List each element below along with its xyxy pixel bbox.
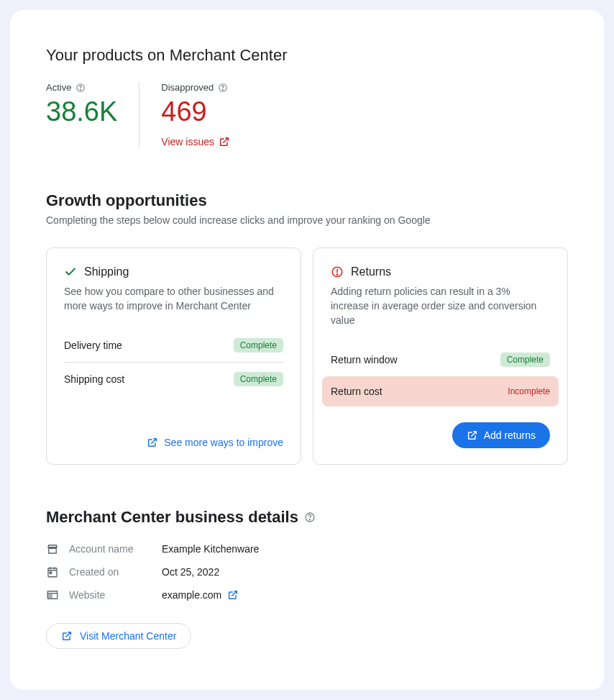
returns-title: Returns (351, 265, 391, 278)
external-link-icon (219, 136, 230, 147)
website-row: Website example.com (46, 588, 568, 601)
see-more-link[interactable]: See more ways to improve (147, 437, 283, 448)
returns-desc: Adding return policies can result in a 3… (331, 284, 550, 328)
stat-active-block: Active 38.6K (46, 82, 139, 148)
svg-point-1 (81, 89, 81, 90)
alert-icon (331, 265, 344, 278)
visit-merchant-center-button[interactable]: Visit Merchant Center (46, 623, 191, 649)
account-value: Example Kitchenware (162, 543, 259, 555)
growth-title: Growth opportunities (46, 191, 568, 210)
external-link-icon (467, 429, 478, 441)
delivery-time-row: Delivery time Complete (64, 329, 283, 363)
external-link-icon (61, 630, 73, 642)
external-link-icon (227, 589, 239, 601)
active-label: Active (46, 82, 71, 93)
shipping-title: Shipping (84, 265, 129, 278)
created-row: Created on Oct 25, 2022 (46, 565, 568, 578)
active-value: 38.6K (46, 96, 117, 129)
shipping-desc: See how you compare to other businesses … (64, 284, 283, 314)
disapproved-value: 469 (161, 96, 230, 129)
account-row: Account name Example Kitchenware (46, 542, 568, 555)
website-label: Website (69, 589, 152, 601)
view-issues-label: View issues (161, 136, 214, 147)
svg-rect-11 (49, 595, 52, 599)
stats-row: Active 38.6K Disapproved 469 View issues (46, 82, 568, 148)
website-text: example.com (162, 589, 221, 601)
return-window-label: Return window (331, 354, 398, 365)
disapproved-label: Disapproved (161, 82, 214, 93)
see-more-label: See more ways to improve (164, 437, 283, 448)
products-section: Your products on Merchant Center Active … (46, 46, 568, 148)
visit-label: Visit Merchant Center (80, 630, 176, 642)
growth-section: Growth opportunities Completing the step… (46, 191, 568, 465)
created-label: Created on (69, 566, 152, 578)
add-returns-button[interactable]: Add returns (452, 422, 550, 448)
svg-rect-9 (50, 572, 51, 573)
return-window-status: Complete (500, 353, 550, 367)
details-section: Merchant Center business details Account… (46, 508, 568, 649)
return-cost-status: Incomplete (508, 386, 550, 396)
shipping-card: Shipping See how you compare to other bu… (46, 247, 301, 465)
shipping-cost-status: Complete (234, 372, 283, 386)
svg-point-7 (309, 519, 310, 520)
add-returns-label: Add returns (484, 429, 536, 441)
account-label: Account name (69, 543, 152, 555)
details-table: Account name Example Kitchenware Created… (46, 542, 568, 601)
website-icon (46, 588, 59, 601)
returns-card: Returns Adding return policies can resul… (313, 247, 568, 465)
return-cost-label: Return cost (331, 386, 382, 397)
delivery-time-label: Delivery time (64, 340, 122, 351)
shipping-cost-label: Shipping cost (64, 373, 124, 385)
opportunity-cards: Shipping See how you compare to other bu… (46, 247, 568, 465)
created-value: Oct 25, 2022 (162, 566, 219, 578)
external-link-icon (147, 437, 158, 448)
main-card: Your products on Merchant Center Active … (10, 10, 604, 690)
shipping-cost-row: Shipping cost Complete (64, 363, 283, 396)
return-cost-row: Return cost Incomplete (322, 376, 559, 406)
svg-point-5 (336, 274, 338, 276)
website-value[interactable]: example.com (162, 589, 239, 601)
details-title: Merchant Center business details (46, 508, 298, 527)
growth-subtitle: Completing the steps below could increas… (46, 214, 568, 226)
check-icon (64, 265, 77, 278)
store-icon (46, 542, 59, 555)
stat-disapproved-block: Disapproved 469 View issues (139, 82, 252, 148)
svg-point-3 (223, 89, 224, 90)
return-window-row: Return window Complete (331, 343, 550, 376)
calendar-icon (46, 565, 59, 578)
delivery-time-status: Complete (234, 338, 283, 353)
products-title: Your products on Merchant Center (46, 46, 568, 65)
help-icon[interactable] (304, 512, 316, 523)
help-icon[interactable] (218, 83, 228, 93)
view-issues-link[interactable]: View issues (161, 136, 230, 147)
help-icon[interactable] (75, 83, 86, 93)
